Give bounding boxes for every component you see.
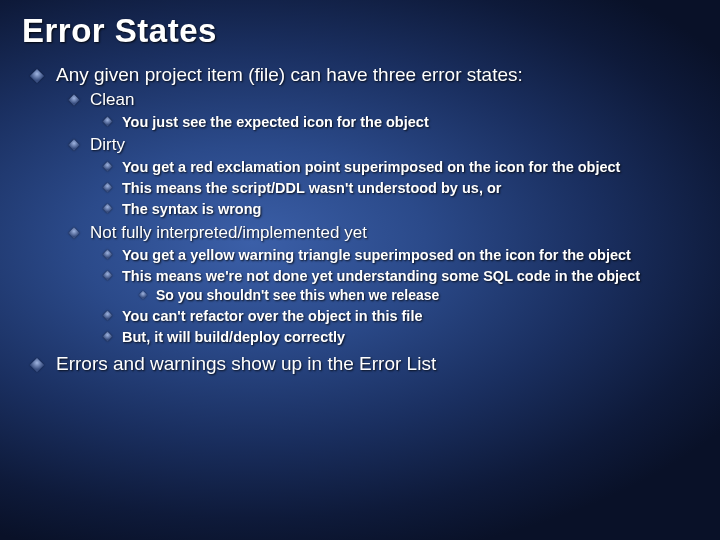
bullet-text: But, it will build/deploy correctly [122, 329, 345, 345]
bullet-text: You get a yellow warning triangle superi… [122, 247, 631, 263]
bullet-text: This means we're not done yet understand… [122, 268, 640, 284]
bullet-text: You just see the expected icon for the o… [122, 114, 429, 130]
list-item: Errors and warnings show up in the Error… [30, 353, 698, 375]
list-item: Any given project item (file) can have t… [30, 64, 698, 347]
slide-title: Error States [22, 12, 698, 50]
bullet-text: Dirty [90, 135, 125, 154]
list-item: This means we're not done yet understand… [102, 267, 698, 305]
bullet-list: Any given project item (file) can have t… [30, 64, 698, 375]
bullet-text: The syntax is wrong [122, 201, 261, 217]
bullet-text: Any given project item (file) can have t… [56, 64, 523, 85]
bullet-text: Not fully interpreted/implemented yet [90, 223, 367, 242]
list-item: This means the script/DDL wasn't underst… [102, 179, 698, 197]
list-item: You can't refactor over the object in th… [102, 307, 698, 325]
bullet-text: You can't refactor over the object in th… [122, 308, 423, 324]
list-item: Not fully interpreted/implemented yet Yo… [68, 223, 698, 347]
list-item: Clean You just see the expected icon for… [68, 90, 698, 131]
list-item: The syntax is wrong [102, 200, 698, 218]
slide: Error States Any given project item (fil… [0, 0, 720, 540]
bullet-text: This means the script/DDL wasn't underst… [122, 180, 501, 196]
list-item: But, it will build/deploy correctly [102, 328, 698, 346]
list-item: So you shouldn't see this when we releas… [138, 287, 698, 305]
bullet-text: Clean [90, 90, 134, 109]
list-item: You get a red exclamation point superimp… [102, 158, 698, 176]
bullet-text: So you shouldn't see this when we releas… [156, 287, 439, 303]
bullet-text: You get a red exclamation point superimp… [122, 159, 620, 175]
list-item: You just see the expected icon for the o… [102, 113, 698, 131]
list-item: You get a yellow warning triangle superi… [102, 246, 698, 264]
bullet-text: Errors and warnings show up in the Error… [56, 353, 436, 374]
list-item: Dirty You get a red exclamation point su… [68, 135, 698, 218]
